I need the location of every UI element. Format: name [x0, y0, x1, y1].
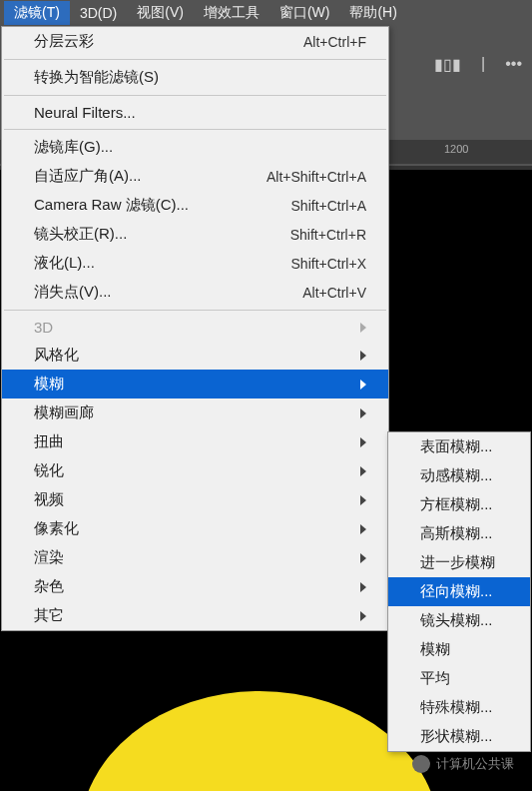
menu-item-shortcut: Shift+Ctrl+X [291, 256, 366, 272]
menu-item-label: 转换为智能滤镜(S) [34, 68, 366, 87]
menu-item-label: 渲染 [34, 548, 352, 567]
watermark-icon [412, 755, 430, 773]
menu-item-label: 锐化 [34, 461, 352, 480]
submenu-arrow-icon [360, 495, 366, 505]
menu-item-last-filter[interactable]: 分层云彩 Alt+Ctrl+F [2, 27, 388, 56]
submenu-arrow-icon [360, 323, 366, 333]
menu-item-label: 视频 [34, 490, 352, 509]
menu-item-stylize[interactable]: 风格化 [2, 341, 388, 370]
menu-item-label: 消失点(V)... [34, 283, 302, 302]
canvas-artwork [80, 691, 439, 791]
menu-item-label: 模糊 [34, 375, 352, 394]
submenu-arrow-icon [360, 524, 366, 534]
submenu-item-label: 镜头模糊... [420, 611, 508, 630]
menu-item-shortcut: Alt+Shift+Ctrl+A [266, 169, 366, 185]
menu-item-convert-smart[interactable]: 转换为智能滤镜(S) [2, 63, 388, 92]
submenu-item-label: 高斯模糊... [420, 524, 508, 543]
menu-item-adaptive-wide-angle[interactable]: 自适应广角(A)... Alt+Shift+Ctrl+A [2, 162, 388, 191]
submenu-item-box-blur[interactable]: 方框模糊... [388, 490, 530, 519]
menu-item-filter-gallery[interactable]: 滤镜库(G)... [2, 133, 388, 162]
menu-separator [4, 129, 386, 130]
submenu-item-average[interactable]: 平均 [388, 664, 530, 693]
menubar-item-3d[interactable]: 3D(D) [70, 2, 127, 24]
menu-item-label: 镜头校正(R)... [34, 225, 290, 244]
menu-item-shortcut: Shift+Ctrl+A [291, 198, 366, 214]
submenu-arrow-icon [360, 351, 366, 361]
menubar-item-plugins[interactable]: 增效工具 [194, 1, 269, 25]
filter-menu: 分层云彩 Alt+Ctrl+F 转换为智能滤镜(S) Neural Filter… [1, 26, 389, 631]
menu-item-3d: 3D [2, 314, 388, 341]
menu-item-label: 扭曲 [34, 432, 352, 451]
menu-item-label: 3D [34, 319, 352, 336]
menu-item-liquify[interactable]: 液化(L)... Shift+Ctrl+X [2, 249, 388, 278]
submenu-arrow-icon [360, 611, 366, 621]
menu-separator [4, 59, 386, 60]
submenu-item-shape-blur[interactable]: 形状模糊... [388, 722, 530, 751]
menu-item-label: 滤镜库(G)... [34, 138, 366, 157]
blur-submenu: 表面模糊... 动感模糊... 方框模糊... 高斯模糊... 进一步模糊 径向… [387, 431, 531, 752]
menu-item-label: 自适应广角(A)... [34, 167, 266, 186]
submenu-item-label: 方框模糊... [420, 495, 508, 514]
menu-item-pixelate[interactable]: 像素化 [2, 514, 388, 543]
submenu-item-label: 动感模糊... [420, 466, 508, 485]
menu-item-label: 风格化 [34, 346, 352, 365]
submenu-item-label: 特殊模糊... [420, 698, 508, 717]
submenu-arrow-icon [360, 582, 366, 592]
menu-item-video[interactable]: 视频 [2, 485, 388, 514]
menu-item-other[interactable]: 其它 [2, 601, 388, 630]
menubar-item-filter[interactable]: 滤镜(T) [4, 1, 70, 25]
submenu-item-lens-blur[interactable]: 镜头模糊... [388, 606, 530, 635]
panel-icons: ▮▯▮ | ••• [434, 55, 522, 74]
menu-item-distort[interactable]: 扭曲 [2, 427, 388, 456]
menu-item-noise[interactable]: 杂色 [2, 572, 388, 601]
submenu-item-label: 进一步模糊 [420, 553, 508, 572]
menu-separator [4, 95, 386, 96]
menu-item-shortcut: Shift+Ctrl+R [290, 227, 366, 243]
submenu-arrow-icon [360, 380, 366, 390]
submenu-arrow-icon [360, 437, 366, 447]
submenu-item-blur[interactable]: 模糊 [388, 635, 530, 664]
menu-item-blur-gallery[interactable]: 模糊画廊 [2, 398, 388, 427]
menubar-item-help[interactable]: 帮助(H) [339, 1, 406, 25]
panel-divider-icon: | [481, 55, 485, 74]
submenu-item-blur-more[interactable]: 进一步模糊 [388, 548, 530, 577]
submenu-item-motion-blur[interactable]: 动感模糊... [388, 461, 530, 490]
menu-item-label: 液化(L)... [34, 254, 291, 273]
submenu-item-surface-blur[interactable]: 表面模糊... [388, 432, 530, 461]
menu-item-label: 杂色 [34, 577, 352, 596]
menubar-item-window[interactable]: 窗口(W) [269, 1, 340, 25]
menubar-item-view[interactable]: 视图(V) [127, 1, 194, 25]
submenu-arrow-icon [360, 553, 366, 563]
submenu-arrow-icon [360, 408, 366, 418]
menu-item-vanishing-point[interactable]: 消失点(V)... Alt+Ctrl+V [2, 278, 388, 307]
menu-item-label: 像素化 [34, 519, 352, 538]
menu-item-label: Camera Raw 滤镜(C)... [34, 196, 291, 215]
more-icon[interactable]: ••• [505, 55, 522, 74]
menu-item-label: 其它 [34, 606, 352, 625]
menu-item-shortcut: Alt+Ctrl+F [303, 34, 366, 50]
submenu-item-radial-blur[interactable]: 径向模糊... [388, 577, 530, 606]
menu-item-label: Neural Filters... [34, 104, 366, 121]
submenu-item-label: 径向模糊... [420, 582, 508, 601]
menubar: 滤镜(T) 3D(D) 视图(V) 增效工具 窗口(W) 帮助(H) [0, 0, 532, 26]
submenu-item-label: 模糊 [420, 640, 508, 659]
histogram-icon[interactable]: ▮▯▮ [434, 55, 461, 74]
menu-item-camera-raw[interactable]: Camera Raw 滤镜(C)... Shift+Ctrl+A [2, 191, 388, 220]
menu-item-render[interactable]: 渲染 [2, 543, 388, 572]
menu-item-label: 分层云彩 [34, 32, 303, 51]
submenu-item-label: 表面模糊... [420, 437, 508, 456]
menu-item-shortcut: Alt+Ctrl+V [302, 285, 366, 301]
submenu-arrow-icon [360, 466, 366, 476]
watermark-text: 计算机公共课 [436, 755, 514, 773]
submenu-item-label: 形状模糊... [420, 727, 508, 746]
watermark: 计算机公共课 [412, 755, 514, 773]
submenu-item-smart-blur[interactable]: 特殊模糊... [388, 693, 530, 722]
submenu-item-label: 平均 [420, 669, 508, 688]
menu-item-lens-correction[interactable]: 镜头校正(R)... Shift+Ctrl+R [2, 220, 388, 249]
menu-item-label: 模糊画廊 [34, 403, 352, 422]
menu-item-sharpen[interactable]: 锐化 [2, 456, 388, 485]
submenu-item-gaussian-blur[interactable]: 高斯模糊... [388, 519, 530, 548]
ruler-tick: 1200 [444, 143, 468, 155]
menu-item-neural-filters[interactable]: Neural Filters... [2, 99, 388, 126]
menu-item-blur[interactable]: 模糊 [2, 370, 388, 398]
